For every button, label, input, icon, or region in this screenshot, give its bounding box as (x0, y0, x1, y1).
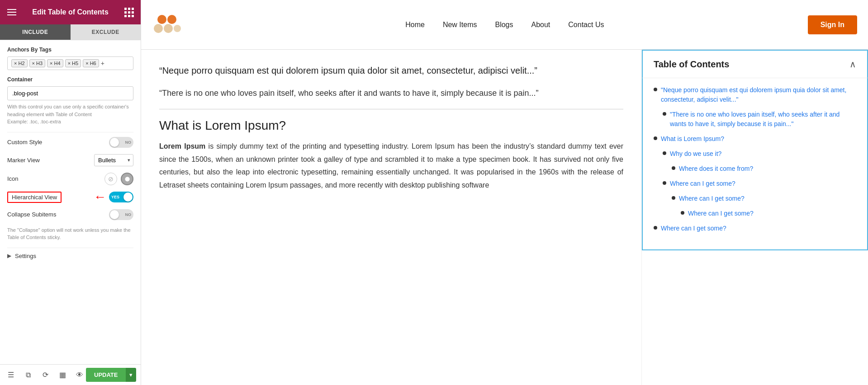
toc-bullet-9 (654, 226, 657, 230)
nav-links: Home New Items Blogs About Contact Us (202, 21, 808, 29)
toc-bullet-1 (654, 88, 657, 91)
settings-row[interactable]: ▶ Settings (7, 253, 133, 259)
toc-item-1[interactable]: "Neque porro quisquam est qui dolorem ip… (654, 85, 856, 104)
grid-icon[interactable] (124, 8, 133, 17)
custom-style-label: Custom Style (7, 139, 42, 146)
article-quote1: “Neque porro quisquam est qui dolorem ip… (159, 63, 623, 78)
hierarchical-label: Hierarchical View (7, 192, 62, 203)
panel-body: Anchors By Tags × H2 × H3 × H4 × H5 × H6… (0, 40, 141, 364)
toc-item-text-4: Why do we use it? (670, 149, 721, 159)
article-area: “Neque porro quisquam est qui dolorem ip… (141, 50, 642, 385)
toc-body: "Neque porro quisquam est qui dolorem ip… (642, 78, 868, 250)
custom-style-toggle[interactable]: NO (109, 137, 133, 148)
svg-point-3 (164, 24, 173, 33)
toc-bullet-8 (681, 211, 684, 215)
toc-item-2[interactable]: "There is no one who loves pain itself, … (654, 110, 856, 129)
marker-view-label: Marker View (7, 157, 40, 164)
toc-header: Table of Contents ∧ (642, 50, 868, 78)
article-heading: What is Lorem Ipsum? (159, 118, 623, 133)
marker-view-row: Marker View Bullets Numbers None (7, 154, 133, 166)
toc-item-6[interactable]: Where can I get some? (654, 179, 856, 188)
nav-new-items[interactable]: New Items (443, 21, 477, 29)
article-divider (159, 109, 623, 109)
svg-point-0 (157, 15, 166, 24)
marker-view-wrapper: Bullets Numbers None (94, 154, 133, 166)
tab-include[interactable]: INCLUDE (0, 24, 71, 40)
svg-point-1 (167, 15, 176, 24)
tag-h4[interactable]: × H4 (47, 59, 63, 67)
resize-handle[interactable] (138, 0, 141, 385)
toc-item-5[interactable]: Where does it come from? (654, 164, 856, 174)
main-area: Home New Items Blogs About Contact Us Si… (141, 0, 868, 385)
toc-item-text-8: Where can I get some? (688, 209, 754, 218)
panel-header: Edit Table of Contents (0, 0, 141, 24)
toc-item-text-3: What is Lorem Ipsum? (661, 134, 724, 144)
toc-bullet-3 (654, 136, 657, 140)
tab-exclude[interactable]: EXCLUDE (71, 24, 141, 40)
update-button[interactable]: UPDATE (86, 368, 126, 382)
settings-label: Settings (15, 253, 36, 259)
nav-blogs[interactable]: Blogs (495, 21, 513, 29)
toc-item-4[interactable]: Why do we use it? (654, 149, 856, 159)
icon-row: Icon ⊘ ⬤ (7, 173, 133, 185)
collapse-hint: The "Collapse" option will not work unle… (7, 226, 133, 241)
article-body: Lorem Ipsum is simply dummy text of the … (159, 140, 623, 192)
toc-item-text-2: "There is no one who loves pain itself, … (670, 110, 856, 129)
tag-h5[interactable]: × H5 (65, 59, 81, 67)
icon-circle[interactable]: ⬤ (121, 173, 133, 185)
svg-point-4 (174, 25, 181, 32)
hamburger-icon[interactable] (7, 9, 16, 15)
toc-bullet-4 (663, 151, 666, 155)
hierarchical-row: Hierarchical View ← YES (7, 192, 133, 203)
red-arrow: ← (94, 190, 106, 204)
toc-item-7[interactable]: Where can I get some? (654, 194, 856, 203)
layers-icon[interactable]: ☰ (5, 369, 17, 381)
toc-item-text-6: Where can I get some? (670, 179, 735, 188)
toc-bullet-7 (672, 196, 675, 200)
icon-label: Icon (7, 175, 19, 182)
tabs-row: INCLUDE EXCLUDE (0, 24, 141, 40)
panel-title: Edit Table of Contents (32, 8, 109, 16)
toc-item-text-1: "Neque porro quisquam est qui dolorem ip… (661, 85, 856, 104)
toc-bullet-5 (672, 166, 675, 170)
icon-options: ⊘ ⬤ (104, 173, 133, 185)
eye-icon[interactable]: 👁 (73, 369, 86, 381)
toc-item-8[interactable]: Where can I get some? (654, 209, 856, 218)
update-dropdown-button[interactable]: ▾ (126, 368, 136, 382)
tags-row: × H2 × H3 × H4 × H5 × H6 + (7, 56, 133, 70)
toc-item-9[interactable]: Where can I get some? (654, 224, 856, 233)
tag-h3[interactable]: × H3 (29, 59, 46, 67)
stack-icon[interactable]: ⧉ (22, 369, 34, 381)
add-tag-button[interactable]: + (101, 60, 104, 67)
toc-item-text-9: Where can I get some? (661, 224, 726, 233)
nav-contact[interactable]: Contact Us (568, 21, 604, 29)
collapse-toggle[interactable]: NO (109, 209, 133, 220)
toc-title: Table of Contents (654, 59, 729, 70)
history-icon[interactable]: ⟳ (39, 369, 52, 381)
container-input[interactable] (7, 86, 133, 100)
toc-item-3[interactable]: What is Lorem Ipsum? (654, 134, 856, 144)
toc-bullet-2 (663, 112, 666, 116)
toc-collapse-button[interactable]: ∧ (849, 59, 856, 70)
svg-point-2 (154, 24, 163, 33)
toc-bullet-6 (663, 181, 666, 185)
icon-banned[interactable]: ⊘ (104, 173, 117, 185)
update-btn-group: UPDATE ▾ (86, 368, 136, 382)
nav-home[interactable]: Home (405, 21, 425, 29)
content-area: “Neque porro quisquam est qui dolorem ip… (141, 50, 868, 385)
marker-view-select[interactable]: Bullets Numbers None (94, 154, 133, 166)
custom-style-row: Custom Style NO (7, 137, 133, 148)
container-label: Container (7, 76, 133, 83)
article-quote2: “There is no one who loves pain itself, … (159, 87, 623, 100)
container-hint: With this control you can use only a spe… (7, 103, 133, 126)
anchors-label: Anchors By Tags (7, 47, 133, 53)
nav-about[interactable]: About (531, 21, 550, 29)
collapse-row: Collapse Subitems NO (7, 209, 133, 220)
signin-button[interactable]: Sign In (808, 15, 857, 34)
bottom-bar: ☰ ⧉ ⟳ ▦ 👁 UPDATE ▾ (0, 364, 141, 385)
tag-h2[interactable]: × H2 (11, 59, 28, 67)
tag-h6[interactable]: × H6 (83, 59, 99, 67)
hierarchical-toggle[interactable]: YES (109, 192, 133, 202)
toc-panel: Table of Contents ∧ "Neque porro quisqua… (642, 50, 868, 385)
copy-icon[interactable]: ▦ (56, 369, 69, 381)
